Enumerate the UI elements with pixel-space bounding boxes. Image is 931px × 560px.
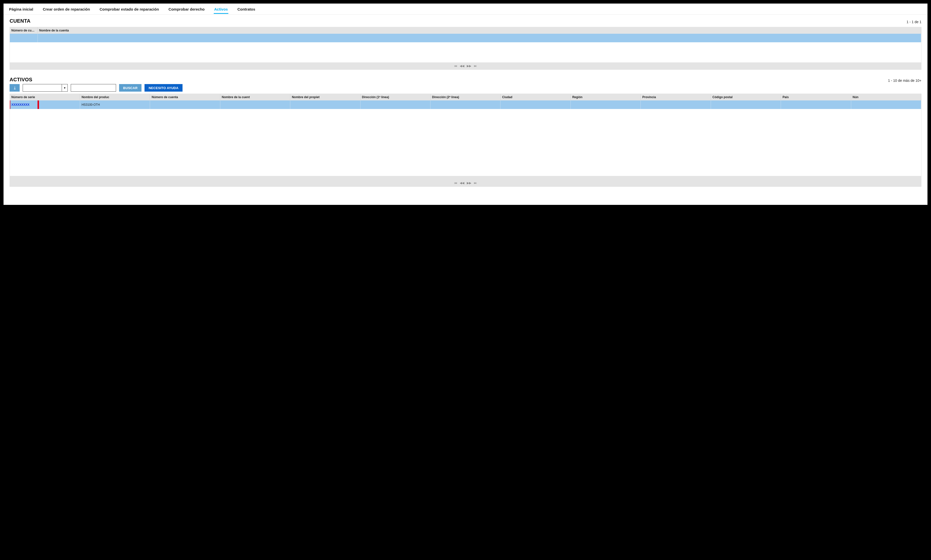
assets-cell-serial: XXXXXXXXX — [10, 100, 80, 109]
download-button[interactable]: ⤓ — [9, 84, 20, 92]
pager-next-icon[interactable]: ▶▶ — [467, 64, 471, 68]
account-pager: ⏮ ◀◀ ▶▶ ⏭ — [10, 62, 921, 69]
account-cell-name — [37, 34, 921, 42]
tab-check-status[interactable]: Comprobar estado de reparación — [99, 5, 159, 14]
assets-cell-addr1 — [360, 100, 430, 109]
download-icon: ⤓ — [13, 86, 16, 90]
help-button[interactable]: NECESITO AYUDA — [145, 84, 183, 92]
assets-cell-city — [500, 100, 571, 109]
tab-create-repair[interactable]: Crear orden de reparación — [42, 5, 91, 14]
pager-first-icon[interactable]: ⏮ — [454, 181, 457, 185]
tab-assets[interactable]: Activos — [214, 5, 228, 14]
assets-col-serial[interactable]: Número de serie — [10, 94, 80, 100]
filter-text-input[interactable] — [71, 84, 116, 92]
tab-bar: Página inicial Crear orden de reparación… — [3, 3, 928, 15]
assets-col-accname[interactable]: Nombre de la cuent — [220, 94, 290, 100]
assets-cell-addr2 — [431, 100, 500, 109]
pager-prev-icon[interactable]: ◀◀ — [460, 64, 464, 68]
assets-col-extra[interactable]: Nún — [851, 94, 921, 100]
account-title: CUENTA — [9, 18, 31, 24]
tab-check-right[interactable]: Comprobar derecho — [168, 5, 205, 14]
assets-range: 1 - 10 de más de 10+ — [888, 78, 922, 83]
pager-last-icon[interactable]: ⏭ — [474, 181, 477, 185]
assets-col-province[interactable]: Provincia — [641, 94, 711, 100]
assets-panel: Número de serie Nombre del produc Número… — [9, 94, 922, 187]
assets-searchbar: ⤓ ▾ BUSCAR NECESITO AYUDA — [3, 84, 928, 94]
chevron-down-icon: ▾ — [64, 86, 65, 89]
pager-last-icon[interactable]: ⏭ — [474, 64, 477, 68]
assets-col-addr1[interactable]: Dirección (1ª línea) — [360, 94, 430, 100]
assets-cell-owner — [290, 100, 360, 109]
assets-col-addr2[interactable]: Dirección (2ª línea) — [431, 94, 500, 100]
assets-cell-country — [781, 100, 851, 109]
account-cell-number — [10, 34, 37, 42]
assets-col-product[interactable]: Nombre del produc — [80, 94, 150, 100]
assets-col-owner[interactable]: Nombre del propiet — [290, 94, 360, 100]
assets-col-region[interactable]: Región — [571, 94, 640, 100]
assets-col-country[interactable]: País — [781, 94, 851, 100]
account-row[interactable] — [10, 34, 921, 42]
assets-cell-zip — [711, 100, 781, 109]
assets-col-accnum[interactable]: Número de cuenta — [150, 94, 220, 100]
search-button[interactable]: BUSCAR — [119, 84, 142, 92]
assets-table: Número de serie Nombre del produc Número… — [10, 94, 921, 109]
account-table: Número de cuenta Nombre de la cuenta — [10, 27, 921, 42]
assets-col-city[interactable]: Ciudad — [500, 94, 571, 100]
assets-cell-product: HS3100-OTH — [80, 100, 150, 109]
tab-contracts[interactable]: Contratos — [237, 5, 256, 14]
account-range: 1 - 1 de 1 — [906, 20, 922, 24]
assets-title: ACTIVOS — [9, 77, 32, 83]
filter-field-input[interactable] — [23, 84, 62, 92]
account-col-number[interactable]: Número de cuenta — [10, 27, 37, 34]
assets-cell-extra — [851, 100, 921, 109]
assets-row[interactable]: XXXXXXXXX HS3100-OTH — [10, 100, 921, 109]
assets-col-zip[interactable]: Código postal — [711, 94, 781, 100]
filter-field-combo: ▾ — [23, 84, 68, 92]
assets-cell-accname — [220, 100, 290, 109]
pager-next-icon[interactable]: ▶▶ — [467, 181, 471, 185]
filter-field-dropdown[interactable]: ▾ — [62, 84, 68, 92]
assets-cell-region — [571, 100, 640, 109]
tab-home[interactable]: Página inicial — [9, 5, 34, 14]
account-col-name[interactable]: Nombre de la cuenta — [37, 27, 921, 34]
assets-cell-province — [641, 100, 711, 109]
assets-pager: ⏮ ◀◀ ▶▶ ⏭ — [10, 180, 921, 186]
pager-prev-icon[interactable]: ◀◀ — [460, 181, 464, 185]
serial-link[interactable]: XXXXXXXXX — [11, 103, 29, 106]
pager-first-icon[interactable]: ⏮ — [454, 64, 457, 68]
account-panel: Número de cuenta Nombre de la cuenta ⏮ ◀… — [9, 27, 922, 70]
assets-cell-accnum — [150, 100, 220, 109]
